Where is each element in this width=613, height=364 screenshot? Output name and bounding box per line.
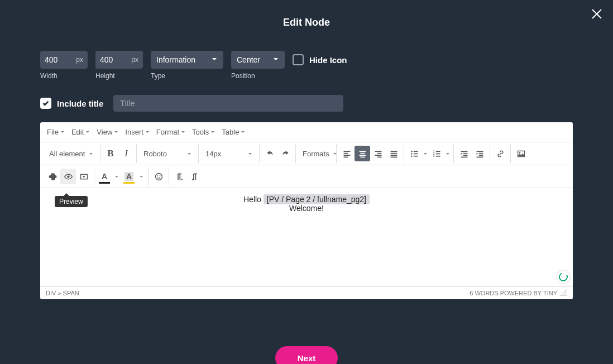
bold-button[interactable]: B: [103, 146, 118, 161]
svg-point-14: [67, 175, 69, 178]
svg-point-2: [411, 153, 413, 155]
chevron-down-icon: [211, 55, 218, 64]
rich-text-editor: File Edit View Insert Format Tools Table…: [40, 122, 573, 299]
emoji-button[interactable]: [151, 169, 166, 184]
bullet-list-button[interactable]: [406, 146, 422, 161]
include-title-label: Include title: [57, 99, 103, 108]
svg-rect-9: [435, 153, 440, 154]
height-field: px Height: [95, 51, 143, 80]
grammarly-icon[interactable]: [557, 271, 569, 283]
svg-point-16: [155, 173, 162, 180]
variable-tag[interactable]: [PV / Page 2 / fullname_pg2]: [264, 194, 370, 204]
height-input[interactable]: [95, 55, 131, 64]
position-value: Center: [237, 55, 260, 64]
width-input-wrap: px: [40, 51, 88, 69]
svg-rect-3: [413, 153, 418, 154]
align-justify-button[interactable]: [386, 146, 401, 161]
menu-view[interactable]: View: [94, 126, 121, 138]
bg-color-bar: [123, 182, 135, 184]
font-size-select[interactable]: 14px: [201, 146, 257, 161]
width-unit: px: [76, 56, 88, 64]
svg-rect-5: [413, 155, 418, 156]
chevron-down-icon[interactable]: [422, 150, 429, 158]
svg-rect-1: [413, 151, 418, 152]
chevron-down-icon: [60, 128, 65, 136]
align-right-button[interactable]: [370, 146, 386, 161]
type-select[interactable]: Information: [151, 51, 223, 69]
ltr-button[interactable]: [171, 169, 187, 184]
preview-button[interactable]: [60, 169, 76, 184]
word-count: 6 WORDS POWERED BY TINY: [470, 290, 557, 296]
width-input[interactable]: [40, 55, 76, 64]
formats-select[interactable]: Formats: [298, 146, 334, 161]
indent-button[interactable]: [472, 146, 487, 161]
svg-rect-11: [435, 155, 440, 156]
type-field: Information Type: [151, 51, 223, 80]
redo-button[interactable]: [277, 146, 293, 161]
menu-tools[interactable]: Tools: [190, 126, 217, 138]
menu-edit[interactable]: Edit: [69, 126, 92, 138]
hide-icon-field: Hide Icon: [293, 51, 347, 69]
rtl-button[interactable]: [187, 169, 203, 184]
chevron-down-icon[interactable]: [112, 173, 121, 181]
next-button[interactable]: Next: [275, 346, 338, 364]
width-label: Width: [40, 72, 88, 80]
chevron-down-icon: [145, 128, 150, 136]
include-title-checkbox[interactable]: [40, 98, 51, 109]
image-button[interactable]: [513, 146, 529, 161]
svg-point-17: [157, 175, 158, 176]
svg-rect-12: [518, 151, 524, 156]
type-label: Type: [151, 72, 223, 80]
outdent-button[interactable]: [456, 146, 472, 161]
menu-table[interactable]: Table: [219, 126, 247, 138]
width-field: px Width: [40, 51, 88, 80]
text-color-button[interactable]: A: [97, 169, 112, 184]
align-center-button[interactable]: [355, 146, 370, 161]
menu-file[interactable]: File: [45, 126, 67, 138]
undo-button[interactable]: [262, 146, 277, 161]
svg-point-4: [411, 155, 413, 157]
chevron-down-icon[interactable]: [444, 150, 451, 158]
all-elements-select[interactable]: All element: [45, 146, 98, 161]
editor-toolbar-row1: All element B I Roboto 14px For: [40, 142, 573, 165]
editor-menubar: File Edit View Insert Format Tools Table: [40, 122, 573, 142]
position-select[interactable]: Center: [231, 51, 285, 69]
position-label: Position: [231, 72, 285, 80]
height-input-wrap: px: [95, 51, 143, 69]
editor-statusbar: DIV » SPAN 6 WORDS POWERED BY TINY: [40, 286, 573, 299]
italic-button[interactable]: I: [118, 146, 134, 161]
position-field: Center Position: [231, 51, 285, 80]
editor-content-area[interactable]: Preview Hello [PV / Page 2 / fullname_pg…: [40, 188, 573, 286]
media-button[interactable]: [76, 169, 92, 184]
height-label: Height: [95, 72, 143, 80]
chevron-down-icon: [114, 128, 118, 136]
numbered-list-button[interactable]: 123: [429, 146, 444, 161]
height-unit: px: [131, 56, 143, 64]
font-family-select[interactable]: Roboto: [139, 146, 196, 161]
svg-text:3: 3: [433, 154, 434, 157]
hide-icon-checkbox[interactable]: [293, 54, 304, 65]
svg-rect-7: [435, 151, 440, 152]
chevron-down-icon: [187, 150, 191, 158]
bg-color-button[interactable]: A: [121, 169, 137, 184]
chevron-down-icon: [248, 150, 252, 158]
modal-title: Edit Node: [0, 0, 613, 28]
link-button[interactable]: [492, 146, 508, 161]
svg-point-0: [411, 150, 413, 152]
align-left-button[interactable]: [339, 146, 355, 161]
chevron-down-icon: [210, 128, 215, 136]
close-button[interactable]: [591, 8, 603, 22]
type-value: Information: [156, 55, 195, 64]
chevron-down-icon: [181, 128, 185, 136]
chevron-down-icon: [241, 128, 245, 136]
element-path[interactable]: DIV » SPAN: [46, 290, 79, 296]
editor-toolbar-row2: A A: [40, 165, 573, 188]
print-button[interactable]: [45, 169, 60, 184]
menu-format[interactable]: Format: [154, 126, 188, 138]
resize-handle-icon[interactable]: [561, 289, 567, 297]
menu-insert[interactable]: Insert: [123, 126, 152, 138]
hide-icon-label: Hide Icon: [309, 55, 347, 65]
title-input[interactable]: [113, 95, 343, 112]
chevron-down-icon[interactable]: [137, 173, 146, 181]
preview-tooltip: Preview: [55, 196, 88, 207]
